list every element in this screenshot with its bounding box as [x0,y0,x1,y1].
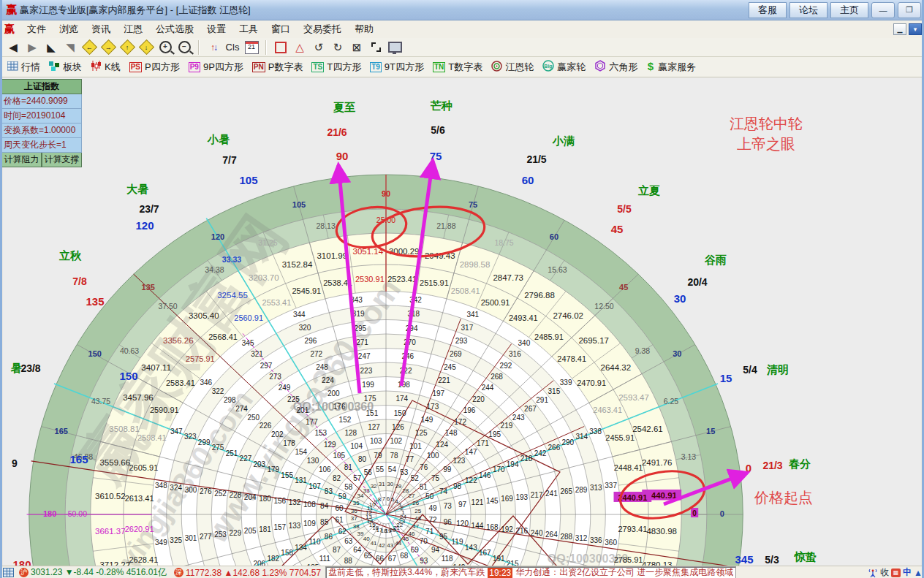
svg-text:178: 178 [283,439,295,447]
toolbar-T四方形-button[interactable]: TST四方形 [310,61,366,74]
updown-button[interactable]: ↑↓ [205,39,222,56]
toolbar-赢家轮-button[interactable]: Big赢家轮 [541,60,590,74]
forum-button[interactable]: 论坛 [789,2,828,18]
dollar-icon: $ [646,61,655,74]
menu-item-5[interactable]: 设置 [200,22,232,36]
diamond-down-button[interactable]: ↓ [137,39,155,56]
svg-text:101: 101 [409,442,422,450]
toolbar-赢家服务-button[interactable]: $赢家服务 [645,61,700,74]
svg-text:2898.58: 2898.58 [460,260,491,269]
calendar-button[interactable]: 21 [243,39,260,56]
menu-item-1[interactable]: 浏览 [53,22,85,36]
svg-text:195: 195 [488,430,501,438]
menu-item-3[interactable]: 江恩 [117,22,149,36]
zoom-in-button[interactable]: + [156,39,174,56]
svg-text:196: 196 [463,406,476,414]
square-tool-button[interactable] [272,39,289,56]
solar-term-label: 小暑 [207,133,230,145]
toolbar-9T四方形-button[interactable]: T99T四方形 [368,61,428,74]
toolbar-江恩轮-button[interactable]: 江恩轮 [490,61,538,74]
svg-text:360: 360 [605,539,617,547]
badge-icon: TS [311,62,324,72]
svg-text:3457.96: 3457.96 [123,393,154,402]
menu-item-9[interactable]: 帮助 [348,22,380,36]
delete-box-button[interactable]: ⊠ [348,39,366,56]
receive-indicator[interactable]: 收 [880,566,889,578]
homepage-button[interactable]: 主页 [830,2,868,18]
svg-text:47: 47 [412,523,419,530]
cn-input-indicator[interactable]: 中 [903,566,912,578]
svg-text:272: 272 [310,350,322,358]
diamond-right-button[interactable]: → [99,39,117,56]
menu-item-7[interactable]: 窗口 [265,22,297,36]
svg-text:105: 105 [333,452,345,460]
degree-label: 345 [735,553,753,566]
quote-grid-icon[interactable] [3,568,14,577]
rotate-right-step-button[interactable]: ◥ [61,39,79,56]
menu-item-4[interactable]: 公式选股 [149,22,200,36]
menu-item-6[interactable]: 工具 [232,22,265,36]
svg-text:130: 130 [307,457,319,465]
toolbar-T数字表-button[interactable]: TNT数字表 [431,61,487,74]
diamond-left-button[interactable]: ← [80,39,98,56]
toolbar-板块-button[interactable]: 板块 [48,61,86,74]
svg-text:107: 107 [308,482,321,490]
svg-text:292: 292 [500,362,512,370]
toolbar-K线-button[interactable]: K线 [89,61,125,74]
zoom-out-button[interactable]: − [175,39,193,56]
toolbar-P四方形-button[interactable]: PSP四方形 [128,61,184,74]
menu-item-2[interactable]: 资讯 [85,22,117,36]
svg-text:2793.41: 2793.41 [618,525,647,533]
svg-text:33: 33 [363,487,370,494]
screen-button[interactable] [386,39,404,56]
svg-text:2620.91: 2620.91 [125,525,154,533]
date-label: 20/4 [687,276,707,288]
triangle-tool-button[interactable]: △ [291,39,308,56]
svg-text:3101.99: 3101.99 [317,251,347,260]
svg-text:50.00: 50.00 [68,509,87,518]
svg-text:2644.32: 2644.32 [601,363,632,372]
svg-text:155: 155 [281,471,293,479]
toolbar-9P四方形-button[interactable]: P99P四方形 [187,61,248,74]
date-label: 5/4 [743,364,757,376]
svg-text:55: 55 [376,465,385,474]
svg-text:29: 29 [395,483,401,490]
toolbar-六角形-button[interactable]: 六角形 [593,60,642,74]
svg-text:153: 153 [314,429,327,437]
svg-text:93: 93 [420,557,428,565]
mdi-restore-button[interactable]: ▾ [909,23,922,35]
svg-text:226: 226 [260,422,272,430]
menu-item-0[interactable]: 文件 [20,22,53,36]
mdi-minimize-button[interactable]: ▁ [893,23,906,35]
diamond-up-button[interactable]: ↑ [118,39,136,56]
svg-text:205: 205 [244,527,257,535]
svg-text:67: 67 [388,555,397,563]
rotate-cw-button[interactable]: ↻ [329,39,346,56]
restore-button[interactable]: ❐ [898,2,921,18]
svg-text:181: 181 [259,525,271,533]
cls-button[interactable]: Cls [224,39,241,56]
svg-text:2545.91: 2545.91 [292,286,321,295]
calc-resistance-button[interactable]: 计算阻力 [1,153,42,167]
minimize-button[interactable]: — [871,2,895,18]
news-ticker[interactable]: 盘前走低，特斯拉跌3.44%，蔚来汽车跌 19:23 华力创通：出资2亿设立子公… [325,566,736,578]
rotate-ccw-button[interactable]: ↺ [310,39,327,56]
calc-support-button[interactable]: 计算支撑 [42,153,82,167]
toolbar-行情-button[interactable]: 行情 [6,61,45,74]
menu-item-8[interactable]: 交易委托 [297,22,348,36]
svg-text:123: 123 [453,457,466,465]
fit-center-button[interactable] [367,39,385,56]
rotate-left-step-button[interactable]: ◣ [42,39,60,56]
service-button[interactable]: 客服 [749,2,787,18]
svg-text:104: 104 [350,442,363,450]
svg-text:193: 193 [515,493,528,501]
tool-icon[interactable]: ▦ [891,569,901,577]
back-button[interactable]: ◀ [4,39,22,56]
date-label: 9 [12,457,18,469]
toolbar-P数字表-button[interactable]: PNP数字表 [251,61,308,74]
solar-term-label: 惊蛰 [794,550,817,563]
forward-button[interactable]: ▶ [23,39,41,56]
gann-wheel-chart[interactable]: 赢家财富网www.yingjia360.comwww.yingjia360.co… [3,77,921,566]
svg-text:42: 42 [379,542,385,549]
svg-text:150: 150 [88,349,102,358]
